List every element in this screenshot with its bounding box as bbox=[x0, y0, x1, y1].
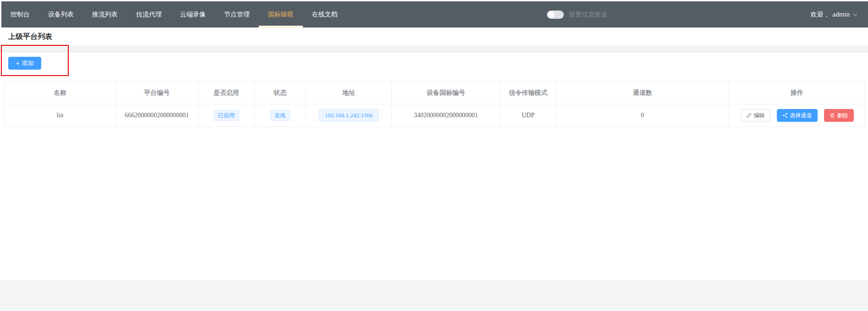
nav-item-cloud-record[interactable]: 云端录像 bbox=[171, 1, 215, 27]
header-address: 地址 bbox=[306, 82, 392, 104]
delete-button-label: 删除 bbox=[837, 113, 848, 118]
share-icon bbox=[782, 113, 788, 118]
delete-button[interactable]: 删除 bbox=[824, 109, 854, 122]
cell-status: 在线 bbox=[254, 104, 306, 127]
add-button-label: 添加 bbox=[22, 59, 34, 67]
welcome-text: 欢迎， bbox=[811, 11, 830, 19]
platform-table: 名称 平台编号 是否启用 状态 地址 设备国标编号 信令传输模式 通道数 操作 … bbox=[5, 82, 865, 127]
plus-icon: + bbox=[16, 60, 19, 66]
toggle-knob bbox=[548, 11, 554, 18]
header-channel-count: 通道数 bbox=[556, 82, 729, 104]
section-divider bbox=[0, 46, 868, 53]
edit-button-label: 编辑 bbox=[754, 113, 765, 118]
edit-button[interactable]: 编辑 bbox=[741, 109, 770, 122]
add-button[interactable]: + 添加 bbox=[8, 57, 41, 70]
address-badge: 192.168.1.242:1506 bbox=[319, 109, 378, 122]
main-content: + 添加 名称 平台编号 是否启用 状态 地址 设备国标编号 bbox=[0, 53, 868, 280]
cell-device-gb-id: 34020000002000000001 bbox=[392, 104, 501, 127]
nav-item-device-list[interactable]: 设备列表 bbox=[39, 1, 83, 27]
nav-item-online-docs[interactable]: 在线文档 bbox=[303, 1, 347, 27]
cell-name: lin bbox=[5, 104, 115, 127]
username: admin bbox=[833, 11, 850, 18]
table-container: 名称 平台编号 是否启用 状态 地址 设备国标编号 信令传输模式 通道数 操作 … bbox=[5, 82, 865, 127]
top-navbar: 控制台 设备列表 推流列表 拉流代理 云端录像 节点管理 国标级联 在线文档 报… bbox=[1, 1, 868, 27]
nav-item-pull-proxy[interactable]: 拉流代理 bbox=[127, 1, 171, 27]
cell-enabled: 已启用 bbox=[199, 104, 254, 127]
header-actions: 操作 bbox=[729, 82, 865, 104]
nav-item-console[interactable]: 控制台 bbox=[1, 1, 39, 27]
select-channel-button-label: 选择通道 bbox=[790, 113, 812, 118]
select-channel-button[interactable]: 选择通道 bbox=[777, 109, 818, 122]
cell-transport-mode: UDP bbox=[501, 104, 556, 127]
page-footer-area bbox=[0, 280, 868, 311]
cell-channel-count: 0 bbox=[556, 104, 729, 127]
header-enabled: 是否启用 bbox=[199, 82, 254, 104]
status-badge: 在线 bbox=[270, 110, 290, 121]
user-menu[interactable]: 欢迎， admin bbox=[811, 1, 858, 27]
nav-item-label: 国标级联 bbox=[268, 11, 294, 18]
nav-item-gb-cascade[interactable]: 国标级联 bbox=[259, 1, 303, 27]
nav-item-push-list[interactable]: 推流列表 bbox=[83, 1, 127, 27]
pencil-icon bbox=[746, 113, 752, 118]
alarm-push-group: 报警信息推送 bbox=[547, 1, 607, 27]
trash-icon bbox=[830, 113, 835, 118]
header-platform-id: 平台编号 bbox=[115, 82, 199, 104]
header-device-gb-id: 设备国标编号 bbox=[392, 82, 501, 104]
nav-item-node-manage[interactable]: 节点管理 bbox=[215, 1, 259, 27]
alarm-push-toggle[interactable] bbox=[547, 11, 564, 19]
table-header-row: 名称 平台编号 是否启用 状态 地址 设备国标编号 信令传输模式 通道数 操作 bbox=[5, 82, 865, 104]
header-transport-mode: 信令传输模式 bbox=[501, 82, 556, 104]
title-bar: 上级平台列表 bbox=[0, 27, 868, 46]
header-name: 名称 bbox=[5, 82, 115, 104]
page-title: 上级平台列表 bbox=[8, 32, 52, 42]
cell-platform-id: 66620000002000000001 bbox=[115, 104, 199, 127]
cell-actions: 编辑 选择通道 bbox=[729, 104, 865, 127]
app-window: 控制台 设备列表 推流列表 拉流代理 云端录像 节点管理 国标级联 在线文档 报… bbox=[0, 0, 868, 311]
header-status: 状态 bbox=[254, 82, 306, 104]
active-tab-underline bbox=[259, 26, 303, 27]
enabled-badge: 已启用 bbox=[213, 110, 239, 121]
cell-address: 192.168.1.242:1506 bbox=[306, 104, 392, 127]
table-row: lin 66620000002000000001 已启用 在线 192.168.… bbox=[5, 104, 865, 127]
chevron-down-icon bbox=[852, 12, 858, 17]
alarm-push-label: 报警信息推送 bbox=[569, 11, 607, 19]
